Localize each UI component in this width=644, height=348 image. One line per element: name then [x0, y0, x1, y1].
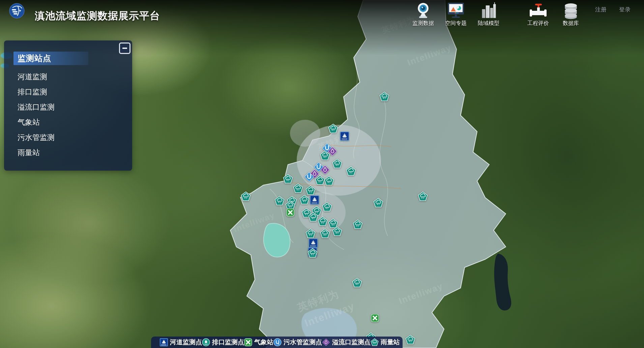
map-legend: 河道监测点 排口监测点 气象站 污水管监测点 溢流口监测点: [151, 337, 403, 348]
legend-item-sewer[interactable]: 污水管监测点: [273, 338, 322, 347]
nav-item-spatial-topics[interactable]: 空间专题: [441, 2, 470, 27]
legend-label: 排口监测点: [212, 338, 244, 347]
rain-gauge-marker[interactable]: [305, 185, 316, 196]
legend-label: 气象站: [254, 338, 273, 347]
legend-label: 河道监测点: [170, 338, 202, 347]
nav-item-monitor-data[interactable]: 监测数据: [409, 2, 438, 27]
database-icon: [562, 2, 579, 19]
panel-title[interactable]: 监测站点: [13, 52, 88, 65]
rain-gauge-marker[interactable]: [274, 196, 285, 206]
rain-gauge-marker[interactable]: [346, 166, 356, 176]
nav-label: 工程评价: [527, 20, 549, 27]
nav-label: 空间专题: [445, 20, 467, 27]
rain-gauge-marker[interactable]: [322, 202, 332, 212]
rain-gauge-marker[interactable]: [379, 92, 389, 102]
nav-label: 数据库: [563, 20, 579, 27]
rain-gauge-marker[interactable]: [318, 216, 328, 227]
rain-gauge-marker[interactable]: [373, 198, 383, 208]
rain-gauge-marker[interactable]: [352, 278, 362, 288]
panel-item-river-monitoring[interactable]: 河道监测: [4, 69, 132, 84]
rain-gauge-marker[interactable]: [241, 192, 251, 202]
panel-item-rain-gauge[interactable]: 雨量站: [4, 145, 132, 160]
rain-gauge-marker[interactable]: [283, 174, 293, 184]
nav-label: 监测数据: [412, 20, 434, 27]
rain-gauge-marker[interactable]: [324, 176, 334, 186]
nav-item-land-model[interactable]: 陆域模型: [474, 2, 503, 27]
panel-menu: 河道监测 排口监测 溢流口监测 气象站 污水管监测 雨量站: [4, 69, 132, 160]
nav-label: 陆域模型: [478, 20, 499, 27]
rain-gauge-marker[interactable]: [293, 183, 303, 194]
overflow-station-icon: [322, 338, 330, 346]
legend-item-weather[interactable]: 气象站: [244, 338, 273, 347]
top-nav: 监测数据 空间专题: [409, 2, 585, 27]
panel-item-outfall-monitoring[interactable]: 排口监测: [4, 84, 132, 99]
sewer-station-icon: [273, 338, 282, 346]
legend-label: 溢流口监测点: [332, 338, 371, 347]
pipe-valve-icon: [528, 2, 548, 19]
panel-item-overflow-monitoring[interactable]: 溢流口监测: [4, 99, 132, 115]
outfall-station-icon: [202, 338, 210, 346]
legend-item-river[interactable]: 河道监测点: [160, 338, 202, 347]
rain-gauge-marker[interactable]: [320, 151, 330, 161]
app-root: { "app": { "title": "滇池流域监测数据展示平台" }, "n…: [0, 0, 644, 348]
rain-gauge-marker[interactable]: [418, 192, 428, 202]
rain-gauge-marker[interactable]: [405, 335, 415, 345]
legend-item-rain[interactable]: 雨量站: [371, 338, 400, 347]
overflow-monitoring-marker[interactable]: [320, 165, 330, 175]
weather-station-marker[interactable]: [286, 208, 295, 217]
legend-label: 雨量站: [381, 338, 400, 347]
collapse-panel-button[interactable]: [119, 42, 130, 54]
chart-monitor-icon: [446, 2, 465, 19]
city-buildings-icon: [480, 2, 497, 19]
platform-logo[interactable]: [9, 3, 25, 19]
rain-gauge-marker[interactable]: [328, 124, 338, 134]
rain-gauge-marker[interactable]: [353, 220, 363, 230]
rain-gauge-marker[interactable]: [308, 212, 318, 222]
weather-station-marker[interactable]: [371, 314, 379, 322]
panel-item-sewer-monitoring[interactable]: 污水管监测: [4, 130, 132, 145]
panel-item-weather-station[interactable]: 气象站: [4, 115, 132, 130]
rain-gauge-marker[interactable]: [332, 159, 342, 169]
nav-item-project-evaluation[interactable]: 工程评价: [524, 2, 553, 27]
rain-gauge-marker[interactable]: [320, 229, 330, 239]
rain-gauge-station-icon: [371, 338, 379, 346]
river-monitoring-marker[interactable]: [309, 238, 318, 248]
rain-gauge-marker[interactable]: [305, 229, 316, 239]
webcam-icon: [414, 2, 432, 19]
register-link[interactable]: 注册: [595, 6, 607, 13]
weather-station-icon: [244, 338, 252, 346]
nav-item-database[interactable]: 数据库: [556, 2, 585, 27]
page-title: 滇池流域监测数据展示平台: [35, 9, 160, 23]
legend-item-outfall[interactable]: 排口监测点: [202, 338, 244, 347]
login-link[interactable]: 登录: [619, 6, 631, 13]
legend-item-overflow[interactable]: 溢流口监测点: [322, 338, 371, 347]
sewer-monitoring-marker[interactable]: [304, 171, 315, 182]
rain-gauge-marker[interactable]: [299, 195, 310, 205]
rain-gauge-marker[interactable]: [332, 227, 342, 237]
monitoring-stations-panel: 监测站点 河道监测 排口监测 溢流口监测 气象站 污水管监测 雨量站: [4, 40, 132, 171]
rain-gauge-marker[interactable]: [308, 248, 318, 258]
rain-gauge-marker[interactable]: [315, 175, 325, 185]
river-monitoring-marker[interactable]: [310, 195, 319, 204]
legend-label: 污水管监测点: [284, 338, 322, 347]
river-station-icon: [160, 338, 168, 346]
river-monitoring-marker[interactable]: [340, 132, 349, 141]
